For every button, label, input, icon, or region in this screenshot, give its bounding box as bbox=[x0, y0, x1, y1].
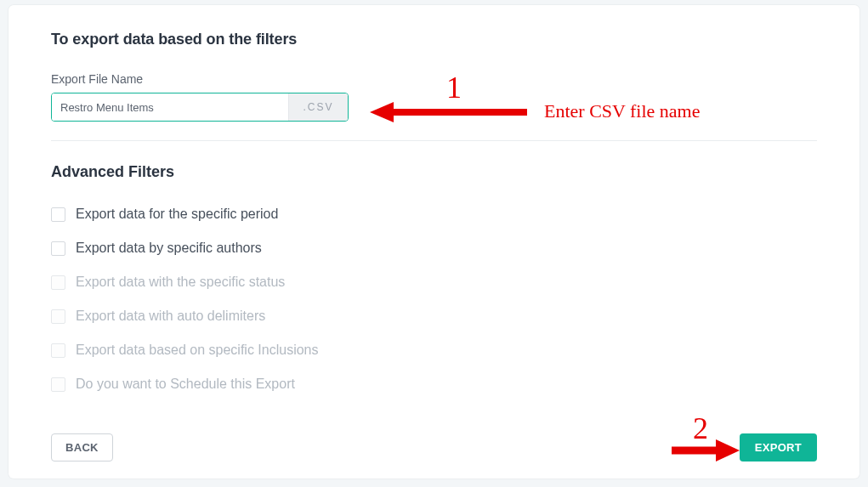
filter-row[interactable]: Export data by specific authors bbox=[51, 241, 817, 256]
export-card: To export data based on the filters Expo… bbox=[9, 5, 859, 479]
checkbox-icon bbox=[51, 309, 65, 324]
filter-row[interactable]: Export data for the specific period bbox=[51, 207, 817, 222]
file-name-input-group: .CSV bbox=[51, 93, 349, 122]
filter-label: Export data based on specific Inclusions bbox=[76, 343, 319, 358]
filter-row: Export data with auto delimiters bbox=[51, 309, 817, 324]
divider bbox=[51, 140, 817, 141]
advanced-filters-title: Advanced Filters bbox=[51, 163, 817, 181]
filter-label: Export data with the specific status bbox=[76, 275, 285, 290]
filter-label: Export data with auto delimiters bbox=[76, 309, 265, 324]
file-name-input[interactable] bbox=[52, 93, 288, 121]
filter-row: Export data based on specific Inclusions bbox=[51, 343, 817, 358]
checkbox-icon[interactable] bbox=[51, 207, 65, 222]
checkbox-icon bbox=[51, 377, 65, 392]
filter-label: Do you want to Schedule this Export bbox=[76, 377, 295, 392]
file-name-label: Export File Name bbox=[51, 72, 817, 86]
filter-label: Export data by specific authors bbox=[76, 241, 262, 256]
filters-list: Export data for the specific period Expo… bbox=[51, 207, 817, 392]
filter-label: Export data for the specific period bbox=[76, 207, 278, 222]
file-extension-badge: .CSV bbox=[288, 93, 348, 121]
checkbox-icon[interactable] bbox=[51, 241, 65, 256]
page-title: To export data based on the filters bbox=[51, 31, 817, 48]
checkbox-icon bbox=[51, 343, 65, 358]
filter-row: Do you want to Schedule this Export bbox=[51, 377, 817, 392]
export-button[interactable]: EXPORT bbox=[740, 433, 817, 462]
filter-row: Export data with the specific status bbox=[51, 275, 817, 290]
back-button[interactable]: BACK bbox=[51, 433, 113, 462]
checkbox-icon bbox=[51, 275, 65, 290]
footer-actions: BACK EXPORT bbox=[51, 433, 817, 462]
